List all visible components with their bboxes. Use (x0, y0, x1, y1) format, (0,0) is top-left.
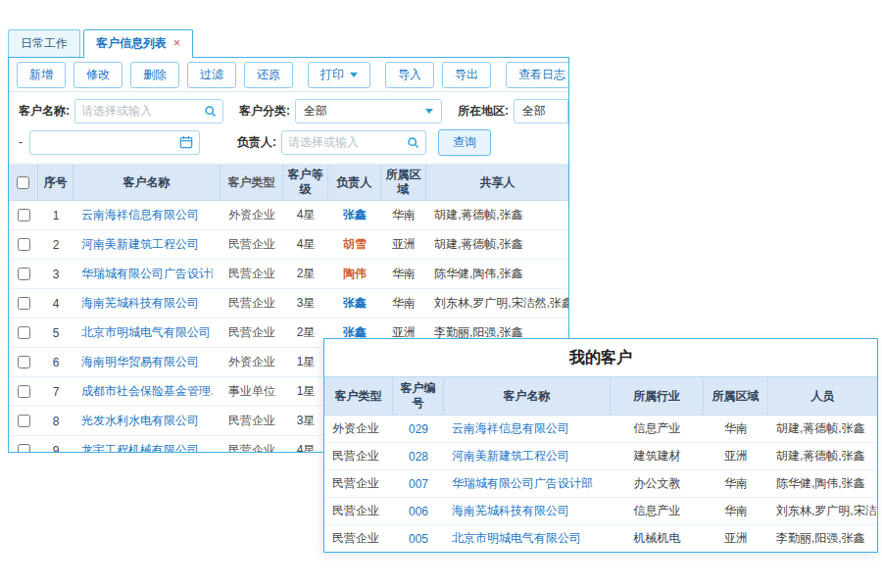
my-customer-row[interactable]: 民营企业 028 河南美新建筑工程公司 建筑建材 亚洲 胡建,蒋德帧,张鑫 (324, 443, 877, 470)
my-customers-panel: 我的客户 客户类型 客户编号 客户名称 所属行业 所属区域 人员 外资企业 02… (323, 338, 878, 553)
customer-type-cell: 民营企业 (324, 443, 393, 469)
search-icon[interactable] (204, 105, 217, 118)
date-range-dash: - (19, 135, 23, 149)
table-row[interactable]: 3 华瑞城有限公司广告设计部 民营企业 2星 陶伟 华南 陈华健,陶伟,张鑫 (9, 260, 568, 289)
table-row[interactable]: 2 河南美新建筑工程公司 民营企业 4星 胡雪 亚洲 胡建,蒋德帧,张鑫 (9, 230, 568, 260)
col-header-shared: 共享人 (426, 165, 568, 200)
customer-name-link[interactable]: 华瑞城有限公司广告设计部 (81, 266, 213, 282)
row-number: 4 (38, 289, 74, 318)
row-checkbox[interactable] (18, 268, 30, 280)
owner-input[interactable] (281, 130, 426, 155)
shared-people-cell: 刘东林,罗广明,宋洁然,张鑫 (426, 289, 568, 318)
row-checkbox[interactable] (18, 326, 30, 339)
my-customers-title: 我的客户 (324, 339, 877, 376)
customer-name-link[interactable]: 海南芜城科技有限公司 (452, 503, 569, 519)
date-field[interactable] (36, 135, 175, 149)
select-all-checkbox[interactable] (17, 176, 29, 189)
close-tab-icon[interactable]: × (173, 36, 180, 50)
owner-link[interactable]: 胡雪 (343, 236, 367, 253)
customer-type-cell: 民营企业 (220, 436, 283, 453)
customer-type-cell: 民营企业 (220, 407, 283, 435)
col-header-customer-type: 客户类型 (220, 165, 283, 200)
delete-button[interactable]: 删除 (130, 62, 179, 88)
row-checkbox[interactable] (18, 238, 30, 251)
row-checkbox-cell (9, 230, 38, 259)
my-customer-row[interactable]: 民营企业 005 北京市明城电气有限公司 机械机电 亚洲 李勤丽,阳强,张鑫 (324, 525, 877, 552)
tab-daily-work[interactable]: 日常工作 (8, 29, 80, 57)
customer-type-cell: 事业单位 (220, 377, 283, 406)
row-number: 9 (38, 436, 74, 453)
customer-name-link[interactable]: 光发水利水电有限公司 (81, 413, 199, 429)
row-checkbox[interactable] (18, 444, 30, 453)
table-row[interactable]: 4 海南芜城科技有限公司 民营企业 3星 张鑫 华南 刘东林,罗广明,宋洁然,张… (9, 289, 568, 318)
tab-customer-list-label: 客户信息列表 (96, 36, 167, 50)
customer-code-link[interactable]: 028 (409, 450, 428, 464)
owner-link[interactable]: 张鑫 (343, 295, 367, 312)
new-button[interactable]: 新增 (17, 62, 66, 88)
customer-name-field[interactable] (81, 104, 200, 118)
row-checkbox[interactable] (18, 297, 30, 310)
col-header-customer-name: 客户名称 (444, 377, 611, 415)
col-header-region: 所属区域 (381, 165, 426, 200)
import-button[interactable]: 导入 (385, 62, 434, 88)
filter-area: 客户名称: 客户分类: 全部 所在地区: 全部 (9, 92, 568, 165)
customer-code-link[interactable]: 007 (409, 477, 428, 491)
customer-level-cell: 1星 (283, 348, 328, 376)
filter-button[interactable]: 过滤 (187, 62, 236, 88)
search-icon[interactable] (407, 136, 419, 149)
customer-type-cell: 外资企业 (220, 201, 283, 229)
customer-code-link[interactable]: 005 (409, 532, 428, 546)
customer-name-link[interactable]: 海南芜城科技有限公司 (81, 295, 199, 312)
calendar-icon[interactable] (179, 135, 193, 149)
customer-name-input[interactable] (74, 99, 223, 123)
customer-name-link[interactable]: 河南美新建筑工程公司 (81, 236, 199, 253)
customer-name-link[interactable]: 河南美新建筑工程公司 (452, 448, 569, 465)
row-number: 2 (38, 230, 74, 259)
row-checkbox[interactable] (18, 356, 30, 368)
my-customers-body: 外资企业 029 云南海祥信息有限公司 信息产业 华南 胡建,蒋德帧,张鑫 民营… (324, 416, 877, 552)
print-button[interactable]: 打印 (308, 62, 370, 88)
customer-level-cell: 2星 (283, 260, 328, 288)
customer-code-link[interactable]: 006 (409, 505, 428, 518)
owner-field[interactable] (288, 135, 403, 149)
row-checkbox-cell (9, 289, 38, 318)
my-customer-row[interactable]: 外资企业 029 云南海祥信息有限公司 信息产业 华南 胡建,蒋德帧,张鑫 (324, 416, 877, 443)
customer-level-cell: 2星 (283, 318, 328, 347)
customer-category-value: 全部 (304, 103, 327, 120)
date-input[interactable] (29, 130, 200, 155)
row-checkbox-cell (9, 201, 38, 229)
desktop: 日常工作 客户信息列表× 新增 修改 删除 过滤 还原 打印 导入 导出 查看日… (0, 0, 882, 588)
export-button[interactable]: 导出 (442, 62, 491, 88)
tab-customer-list[interactable]: 客户信息列表× (83, 29, 193, 58)
my-customer-row[interactable]: 民营企业 007 华瑞城有限公司广告设计部 办公文教 华南 陈华健,陶伟,张鑫 (324, 470, 877, 498)
customer-name-link[interactable]: 北京市明城电气有限公司 (81, 324, 211, 341)
customer-name-link[interactable]: 华瑞城有限公司广告设计部 (452, 475, 593, 492)
customer-code-link[interactable]: 029 (409, 422, 428, 436)
customer-name-link[interactable]: 龙宇工程机械有限公司 (81, 442, 199, 453)
customer-name-link[interactable]: 成都市社会保险基金管理... (81, 383, 213, 400)
customer-type-cell: 民营企业 (324, 498, 393, 524)
restore-button[interactable]: 还原 (244, 62, 293, 88)
edit-button[interactable]: 修改 (74, 62, 122, 88)
view-log-button[interactable]: 查看日志 (506, 62, 569, 88)
row-checkbox-cell (9, 377, 38, 406)
row-checkbox[interactable] (18, 415, 30, 427)
customer-level-cell: 1星 (283, 377, 328, 406)
district-select[interactable]: 全部 (514, 99, 568, 123)
owner-link[interactable]: 陶伟 (343, 266, 367, 282)
customer-name-link[interactable]: 海南明华贸易有限公司 (81, 354, 199, 370)
row-checkbox-cell (9, 260, 38, 288)
table-row[interactable]: 1 云南海祥信息有限公司 外资企业 4星 张鑫 华南 胡建,蒋德帧,张鑫 (9, 201, 568, 230)
region-cell: 亚洲 (704, 443, 768, 469)
tab-bar: 日常工作 客户信息列表× (8, 31, 569, 57)
customer-name-link[interactable]: 北京市明城电气有限公司 (452, 530, 581, 547)
district-value: 全部 (522, 103, 546, 120)
customer-name-link[interactable]: 云南海祥信息有限公司 (81, 207, 199, 223)
my-customer-row[interactable]: 民营企业 006 海南芜城科技有限公司 信息产业 华南 刘东林,罗广明,宋洁然.… (324, 498, 877, 525)
customer-name-link[interactable]: 云南海祥信息有限公司 (452, 420, 569, 437)
owner-link[interactable]: 张鑫 (343, 207, 367, 223)
query-button[interactable]: 查询 (438, 129, 491, 156)
customer-category-select[interactable]: 全部 (295, 99, 442, 123)
row-checkbox[interactable] (18, 209, 30, 221)
row-checkbox[interactable] (18, 385, 30, 398)
